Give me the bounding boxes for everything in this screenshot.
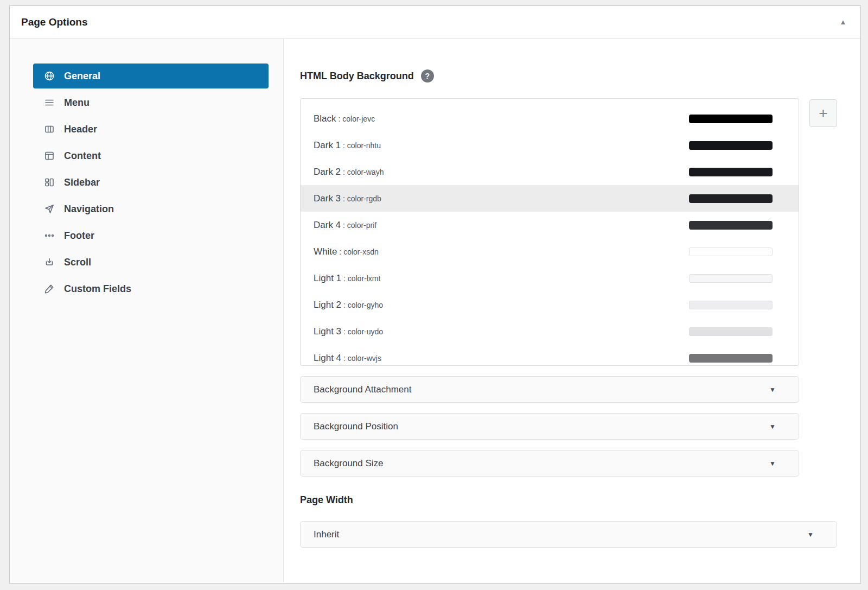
color-slug: color-rgdb xyxy=(347,194,381,203)
page-width-value: Inherit xyxy=(314,529,339,540)
color-separator: : xyxy=(341,274,348,283)
color-row-dark-3[interactable]: Dark 3 : color-rgdb xyxy=(301,185,799,212)
chevron-down-icon: ▼ xyxy=(769,386,776,394)
menu-icon xyxy=(44,97,55,108)
color-swatch xyxy=(689,221,773,230)
color-row-text: Dark 3 : color-rgdb xyxy=(314,193,689,204)
color-slug: color-prif xyxy=(347,221,376,230)
color-row-light-4[interactable]: Light 4 : color-wvjs xyxy=(301,345,799,366)
color-row-text: Light 2 : color-gyho xyxy=(314,300,689,310)
color-separator: : xyxy=(341,221,347,230)
color-row-text: Dark 1 : color-nhtu xyxy=(314,140,689,151)
sidebar-item-label: Scroll xyxy=(64,257,91,268)
color-row-black[interactable]: Black : color-jevc xyxy=(301,105,799,132)
color-swatch xyxy=(689,194,773,203)
html-body-background-heading: HTML Body Background ? xyxy=(300,69,860,83)
sidebar-item-content[interactable]: Content xyxy=(33,143,269,168)
color-name: Dark 2 xyxy=(314,167,341,177)
globe-icon xyxy=(44,71,55,81)
layout-icon xyxy=(44,150,55,161)
dropdown-background-size[interactable]: Background Size ▼ xyxy=(300,450,799,477)
color-row-dark-2[interactable]: Dark 2 : color-wayh xyxy=(301,158,799,185)
color-swatch xyxy=(689,274,773,283)
color-separator: : xyxy=(341,141,347,150)
columns-icon xyxy=(44,124,55,135)
color-name: Light 4 xyxy=(314,353,341,364)
color-slug: color-wvjs xyxy=(348,354,381,363)
color-slug: color-nhtu xyxy=(347,141,381,150)
collapse-arrow-icon: ▲ xyxy=(840,18,847,26)
color-separator: : xyxy=(341,354,348,363)
sidebar-item-general[interactable]: General xyxy=(33,64,269,88)
color-separator: : xyxy=(341,194,347,203)
color-name: Light 2 xyxy=(314,300,341,310)
sidebar-item-label: Menu xyxy=(64,97,90,109)
sidebar-item-label: General xyxy=(64,71,100,82)
color-name: Dark 1 xyxy=(314,140,341,151)
color-name: Light 3 xyxy=(314,326,341,337)
color-row-light-3[interactable]: Light 3 : color-uydo xyxy=(301,318,799,345)
color-slug: color-xsdn xyxy=(343,248,379,256)
color-row-text: White : color-xsdn xyxy=(314,246,689,257)
color-slug: color-jevc xyxy=(342,115,375,123)
color-separator: : xyxy=(341,327,348,336)
chevron-down-icon: ▼ xyxy=(769,423,776,430)
color-swatch xyxy=(689,115,773,123)
color-field-row: Black : color-jevc Dark 1 : color-nhtu xyxy=(300,98,860,366)
panel-body: General Menu Header Content Sidebar Navi… xyxy=(10,39,860,582)
sidebar-item-sidebar[interactable]: Sidebar xyxy=(33,170,269,195)
color-row-light-1[interactable]: Light 1 : color-lxmt xyxy=(301,265,799,291)
download-icon xyxy=(44,257,55,268)
color-separator: : xyxy=(341,301,348,309)
color-row-light-2[interactable]: Light 2 : color-gyho xyxy=(301,291,799,318)
color-row-white[interactable]: White : color-xsdn xyxy=(301,238,799,265)
color-slug: color-gyho xyxy=(348,301,383,309)
color-separator: : xyxy=(337,248,343,256)
page-width-select[interactable]: Inherit ▼ xyxy=(300,521,837,548)
sidebar-item-header[interactable]: Header xyxy=(33,117,269,142)
sidebar-item-label: Content xyxy=(64,150,101,162)
dropdown-label: Background Attachment xyxy=(314,384,412,395)
add-color-button[interactable]: + xyxy=(809,99,837,127)
color-slug: color-wayh xyxy=(347,168,384,176)
color-name: Dark 3 xyxy=(314,193,341,204)
color-name: Dark 4 xyxy=(314,220,341,231)
paper-plane-icon xyxy=(44,204,55,214)
color-row-text: Light 3 : color-uydo xyxy=(314,326,689,337)
color-options-list[interactable]: Black : color-jevc Dark 1 : color-nhtu xyxy=(300,98,799,366)
sidebar-item-label: Sidebar xyxy=(64,177,100,188)
help-icon[interactable]: ? xyxy=(421,69,434,83)
sidebar-item-label: Navigation xyxy=(64,204,114,215)
dropdown-background-position[interactable]: Background Position ▼ xyxy=(300,413,799,440)
dropdown-label: Background Size xyxy=(314,458,384,469)
color-row-text: Light 4 : color-wvjs xyxy=(314,353,689,364)
color-swatch xyxy=(689,301,773,309)
chevron-down-icon: ▼ xyxy=(807,531,814,538)
color-row-dark-1[interactable]: Dark 1 : color-nhtu xyxy=(301,132,799,158)
color-name: White xyxy=(314,246,337,257)
color-separator: : xyxy=(336,115,343,123)
color-separator: : xyxy=(341,168,347,176)
sidebar-item-label: Header xyxy=(64,124,97,135)
color-swatch xyxy=(689,248,773,256)
sidebar-item-footer[interactable]: Footer xyxy=(33,223,269,248)
color-slug: color-uydo xyxy=(348,327,383,336)
sidebar-item-menu[interactable]: Menu xyxy=(33,90,269,115)
settings-main-panel: HTML Body Background ? Black : color-jev… xyxy=(284,39,860,582)
grid-icon xyxy=(44,177,55,188)
color-swatch xyxy=(689,141,773,150)
sidebar-item-custom-fields[interactable]: Custom Fields xyxy=(33,276,269,301)
collapse-panel-button[interactable]: ▲ xyxy=(833,12,853,32)
sidebar-item-navigation[interactable]: Navigation xyxy=(33,196,269,221)
html-body-background-label: HTML Body Background xyxy=(300,71,414,82)
chevron-down-icon: ▼ xyxy=(769,460,776,467)
panel-title: Page Options xyxy=(21,16,87,28)
dropdown-background-attachment[interactable]: Background Attachment ▼ xyxy=(300,376,799,403)
pencil-icon xyxy=(44,283,55,294)
dropdown-label: Background Position xyxy=(314,421,398,432)
color-row-dark-4[interactable]: Dark 4 : color-prif xyxy=(301,212,799,238)
sidebar-item-scroll[interactable]: Scroll xyxy=(33,250,269,275)
settings-sidebar: General Menu Header Content Sidebar Navi… xyxy=(10,39,284,582)
page-width-label: Page Width xyxy=(300,494,860,506)
color-name: Black xyxy=(314,113,336,124)
